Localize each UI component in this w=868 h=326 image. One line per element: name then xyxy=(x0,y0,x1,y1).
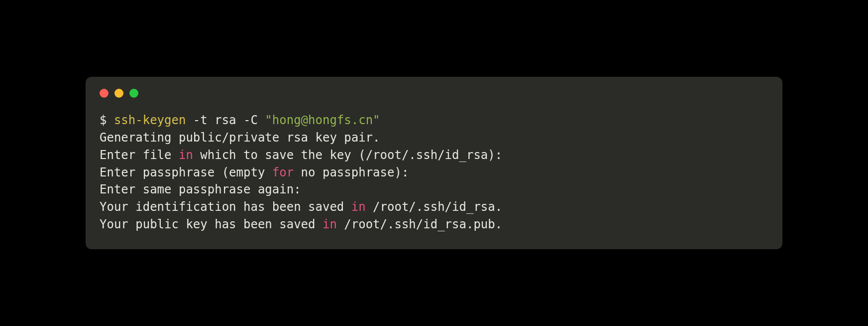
keyword-in: in xyxy=(323,217,337,231)
terminal-body[interactable]: $ ssh-keygen -t rsa -C "hong@hongfs.cn"G… xyxy=(100,112,768,233)
keyword-in: in xyxy=(179,148,193,162)
command-string: "hong@hongfs.cn" xyxy=(265,113,380,127)
command-arg: rsa xyxy=(215,113,236,127)
keyword-for: for xyxy=(272,165,294,179)
minimize-icon[interactable] xyxy=(114,89,123,98)
command-line: $ ssh-keygen -t rsa -C "hong@hongfs.cn" xyxy=(100,112,768,129)
window-controls xyxy=(100,89,768,98)
maximize-icon[interactable] xyxy=(129,89,138,98)
output-line: Enter passphrase (empty for no passphras… xyxy=(100,164,768,181)
shell-prompt: $ xyxy=(100,113,114,127)
command-name: ssh-keygen xyxy=(114,113,186,127)
close-icon[interactable] xyxy=(100,89,108,98)
command-flag: -C xyxy=(236,113,265,127)
output-line: Generating public/private rsa key pair. xyxy=(100,129,768,147)
terminal-window: $ ssh-keygen -t rsa -C "hong@hongfs.cn"G… xyxy=(86,77,782,249)
output-line: Enter file in which to save the key (/ro… xyxy=(100,147,768,164)
output-line: Your public key has been saved in /root/… xyxy=(100,216,768,233)
keyword-in: in xyxy=(351,200,366,214)
output-line: Enter same passphrase again: xyxy=(100,181,768,198)
command-flag: -t xyxy=(186,113,215,127)
output-line: Your identification has been saved in /r… xyxy=(100,198,768,216)
